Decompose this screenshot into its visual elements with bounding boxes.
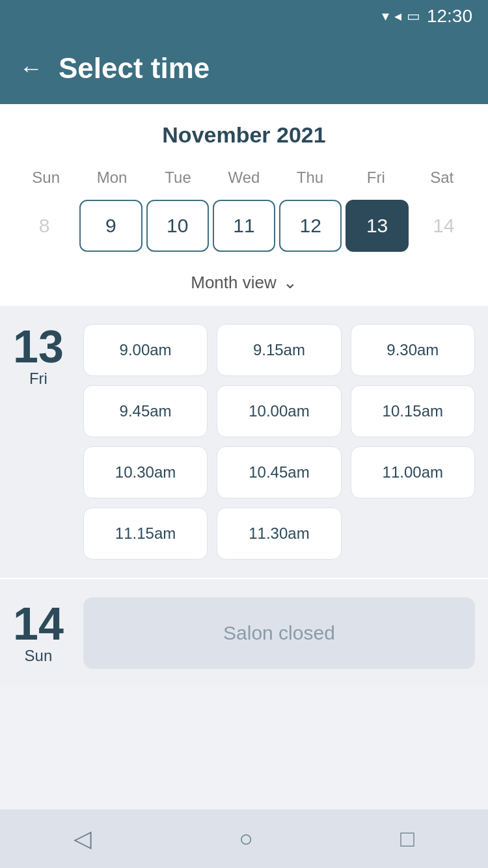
time-slot-915am[interactable]: 9.15am xyxy=(217,324,341,376)
calendar-weekdays: Sun Mon Tue Wed Thu Fri Sat xyxy=(13,163,475,192)
header: ← Select time xyxy=(0,33,488,104)
bottom-nav: ◁ ○ □ xyxy=(0,809,488,868)
back-button[interactable]: ← xyxy=(20,57,43,80)
day-14-section: 14 Sun Salon closed xyxy=(0,579,488,687)
status-bar: ▾ ◂ ▭ 12:30 xyxy=(0,0,488,33)
status-icons: ▾ ◂ ▭ xyxy=(382,8,420,25)
status-bar-time: 12:30 xyxy=(427,6,472,27)
day-14-date-block: 14 Sun xyxy=(13,601,64,665)
time-slot-1030am[interactable]: 10.30am xyxy=(83,446,208,498)
weekday-wed: Wed xyxy=(211,163,277,192)
time-slot-1115am[interactable]: 11.15am xyxy=(83,508,208,560)
time-slot-1015am[interactable]: 10.15am xyxy=(351,385,475,437)
battery-icon: ▭ xyxy=(407,8,420,25)
day-13-date-block: 13 Fri xyxy=(13,324,64,388)
weekday-sat: Sat xyxy=(409,163,475,192)
day-13-number: 13 xyxy=(13,324,64,370)
time-slot-1045am[interactable]: 10.45am xyxy=(217,446,341,498)
nav-home-button[interactable]: ○ xyxy=(239,825,253,852)
weekday-mon: Mon xyxy=(79,163,144,192)
time-slot-930am[interactable]: 9.30am xyxy=(351,324,475,376)
weekday-tue: Tue xyxy=(145,163,211,192)
calendar-section: November 2021 Sun Mon Tue Wed Thu Fri Sa… xyxy=(0,104,488,306)
salon-closed-message: Salon closed xyxy=(83,597,475,669)
time-slot-945am[interactable]: 9.45am xyxy=(83,385,208,437)
day-13-header: 13 Fri 9.00am 9.15am 9.30am 9.45am 10.00… xyxy=(13,324,475,560)
day-8[interactable]: 8 xyxy=(13,200,75,252)
nav-recent-button[interactable]: □ xyxy=(400,825,414,852)
calendar-month-year: November 2021 xyxy=(13,122,475,148)
month-view-toggle[interactable]: Month view ⌄ xyxy=(13,262,475,306)
wifi-icon: ▾ xyxy=(382,8,389,25)
weekday-fri: Fri xyxy=(343,163,409,192)
day-13[interactable]: 13 xyxy=(346,200,408,252)
time-slot-1100am[interactable]: 11.00am xyxy=(351,446,475,498)
day-9[interactable]: 9 xyxy=(79,200,142,252)
time-slot-900am[interactable]: 9.00am xyxy=(83,324,208,376)
day-13-name: Fri xyxy=(29,370,47,388)
day-14[interactable]: 14 xyxy=(413,200,475,252)
day-10[interactable]: 10 xyxy=(146,200,209,252)
day-14-number: 14 xyxy=(13,601,64,647)
signal-icon: ◂ xyxy=(394,8,401,25)
time-slots-grid: 9.00am 9.15am 9.30am 9.45am 10.00am 10.1… xyxy=(83,324,475,560)
page-title: Select time xyxy=(59,52,210,85)
calendar-days: 8 9 10 11 12 13 14 xyxy=(13,200,475,262)
day-11[interactable]: 11 xyxy=(213,200,275,252)
month-view-label: Month view xyxy=(191,273,277,293)
day-13-section: 13 Fri 9.00am 9.15am 9.30am 9.45am 10.00… xyxy=(0,306,488,578)
time-slot-1130am[interactable]: 11.30am xyxy=(217,508,341,560)
weekday-thu: Thu xyxy=(277,163,343,192)
day-12[interactable]: 12 xyxy=(279,200,342,252)
day-14-row: 14 Sun Salon closed xyxy=(13,597,475,669)
time-slot-1000am[interactable]: 10.00am xyxy=(217,385,341,437)
weekday-sun: Sun xyxy=(13,163,79,192)
nav-back-button[interactable]: ◁ xyxy=(74,825,92,852)
chevron-down-icon: ⌄ xyxy=(283,273,297,293)
day-14-name: Sun xyxy=(25,647,53,665)
